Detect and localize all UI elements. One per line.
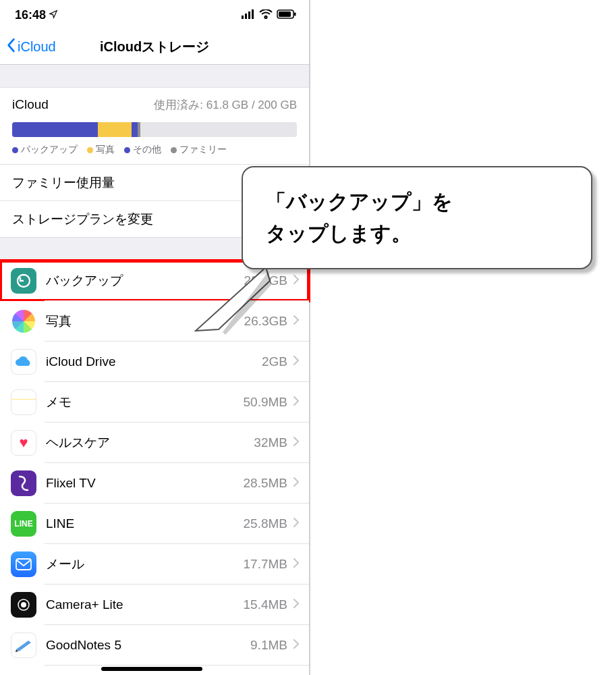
app-label: 写真 — [46, 313, 244, 330]
notes-icon — [11, 389, 36, 415]
chevron-right-icon — [293, 639, 300, 652]
mail-icon — [11, 551, 36, 577]
status-time-area: 16:48 — [15, 8, 58, 22]
chevron-right-icon — [293, 355, 300, 369]
callout-line-2: タップします。 — [266, 218, 568, 250]
storage-used-label: 使用済み: 61.8 GB / 200 GB — [154, 97, 297, 113]
back-button[interactable]: iCloud — [0, 38, 56, 56]
legend-item: 写真 — [87, 144, 115, 156]
app-row-LINE[interactable]: LINELINE25.8MB — [0, 504, 309, 544]
app-row-メール[interactable]: メール17.7MB — [0, 544, 309, 585]
app-size: 2GB — [262, 354, 287, 369]
chevron-right-icon — [293, 517, 300, 531]
app-size: 28.4GB — [244, 273, 287, 288]
chevron-right-icon — [293, 436, 300, 450]
app-storage-list: バックアップ28.4GB写真26.3GBiCloud Drive2GBメモ50.… — [0, 261, 309, 666]
chevron-right-icon — [293, 274, 300, 288]
app-label: GoodNotes 5 — [46, 638, 250, 653]
group-separator — [0, 65, 309, 88]
legend-item: バックアップ — [12, 144, 78, 156]
legend-item: その他 — [124, 144, 161, 156]
app-row-GoodNotes 5[interactable]: GoodNotes 59.1MB — [0, 625, 309, 666]
app-label: LINE — [46, 516, 244, 531]
cellular-icon — [242, 8, 255, 22]
svg-rect-3 — [252, 9, 254, 19]
app-row-メモ[interactable]: メモ50.9MB — [0, 382, 309, 423]
app-size: 28.5MB — [244, 476, 287, 491]
app-row-ヘルスケア[interactable]: ♥ヘルスケア32MB — [0, 423, 309, 463]
storage-bar — [12, 122, 297, 137]
svg-rect-1 — [245, 14, 247, 19]
phone-screen: 16:48 iCloud iCloudストレージ — [0, 0, 310, 675]
app-label: メール — [46, 556, 244, 573]
battery-icon — [277, 8, 297, 22]
storage-title: iCloud — [12, 97, 49, 112]
app-size: 32MB — [254, 435, 287, 450]
app-label: バックアップ — [46, 272, 244, 290]
cameraplus-icon — [11, 592, 36, 618]
svg-rect-5 — [279, 11, 291, 17]
chevron-right-icon — [293, 477, 300, 490]
nav-header: iCloud iCloudストレージ — [0, 30, 309, 65]
legend-item: ファミリー — [171, 144, 227, 156]
app-size: 25.8MB — [244, 516, 287, 531]
goodnotes-icon — [11, 632, 36, 658]
health-icon: ♥ — [11, 430, 36, 456]
svg-point-10 — [21, 602, 26, 608]
app-size: 9.1MB — [250, 638, 287, 653]
svg-rect-6 — [294, 12, 296, 16]
chevron-right-icon — [293, 315, 300, 328]
callout-line-1: 「バックアップ」を — [266, 186, 568, 218]
instruction-callout: 「バックアップ」を タップします。 — [242, 166, 592, 269]
storage-segment — [12, 122, 98, 137]
storage-segment — [132, 122, 137, 137]
app-label: Camera+ Lite — [46, 597, 244, 612]
app-size: 15.4MB — [244, 597, 287, 612]
chevron-right-icon — [293, 558, 300, 571]
app-size: 50.9MB — [244, 395, 287, 410]
flixel-icon — [11, 470, 36, 496]
status-time: 16:48 — [15, 8, 46, 22]
back-label: iCloud — [18, 39, 56, 55]
location-arrow-icon — [49, 9, 58, 21]
app-row-写真[interactable]: 写真26.3GB — [0, 301, 309, 342]
chevron-right-icon — [293, 598, 300, 612]
backup-icon — [11, 268, 36, 294]
status-right — [242, 8, 297, 22]
photos-icon — [12, 310, 35, 333]
app-size: 17.7MB — [244, 557, 287, 572]
app-label: メモ — [46, 394, 244, 411]
app-label: iCloud Drive — [46, 354, 262, 369]
status-bar: 16:48 — [0, 0, 309, 30]
storage-segment — [138, 122, 140, 137]
app-row-iCloud Drive[interactable]: iCloud Drive2GB — [0, 342, 309, 382]
wifi-icon — [259, 8, 273, 22]
chevron-left-icon — [5, 38, 16, 56]
line-icon: LINE — [11, 511, 36, 537]
app-label: ヘルスケア — [46, 434, 254, 452]
icloud-drive-icon — [11, 349, 36, 375]
app-row-Flixel TV[interactable]: Flixel TV28.5MB — [0, 463, 309, 504]
home-indicator — [101, 667, 202, 671]
app-row-Camera+ Lite[interactable]: Camera+ Lite15.4MB — [0, 585, 309, 625]
storage-legend: バックアップ写真その他ファミリー — [12, 144, 297, 156]
svg-rect-0 — [242, 16, 244, 19]
svg-rect-8 — [16, 559, 31, 570]
app-size: 26.3GB — [244, 314, 287, 329]
storage-summary: iCloud 使用済み: 61.8 GB / 200 GB バックアップ写真その… — [0, 88, 309, 165]
storage-segment — [98, 122, 132, 137]
svg-rect-2 — [248, 11, 250, 19]
chevron-right-icon — [293, 396, 300, 409]
app-label: Flixel TV — [46, 476, 244, 491]
